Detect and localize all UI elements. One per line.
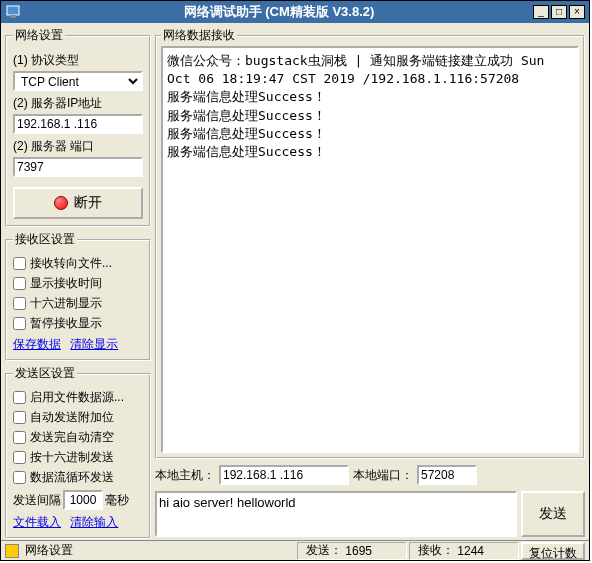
recv-settings-legend: 接收区设置: [13, 231, 77, 248]
send-settings-group: 发送区设置 启用文件数据源... 自动发送附加位 发送完自动清空 按十六进制发送…: [5, 365, 151, 539]
send-cb4-label: 按十六进制发送: [30, 449, 114, 466]
host-info-row: 本地主机： 本地端口：: [155, 463, 585, 487]
server-ip-input[interactable]: [13, 114, 143, 134]
status-label: 网络设置: [25, 542, 295, 559]
minimize-button[interactable]: _: [533, 5, 549, 19]
local-port-input[interactable]: [417, 465, 477, 485]
statusbar-icon: [5, 544, 19, 558]
app-icon: [5, 4, 21, 20]
auto-append-checkbox[interactable]: [13, 411, 26, 424]
clear-input-link[interactable]: 清除输入: [70, 515, 118, 529]
auto-clear-checkbox[interactable]: [13, 431, 26, 444]
network-settings-group: 网络设置 (1) 协议类型 TCP Client (2) 服务器IP地址 (2)…: [5, 27, 151, 227]
pause-recv-checkbox[interactable]: [13, 317, 26, 330]
titlebar: 网络调试助手 (CM精装版 V3.8.2) _ □ ×: [1, 1, 589, 23]
recv-to-file-checkbox[interactable]: [13, 257, 26, 270]
interval-input[interactable]: [63, 490, 103, 510]
recv-cb3-label: 十六进制显示: [30, 295, 102, 312]
protocol-label: (1) 协议类型: [13, 52, 143, 69]
hex-send-checkbox[interactable]: [13, 451, 26, 464]
interval-label: 发送间隔: [13, 492, 61, 509]
send-cb1-label: 启用文件数据源...: [30, 389, 124, 406]
statusbar: 网络设置 发送： 1695 接收： 1244 复位计数: [1, 540, 589, 560]
local-host-input[interactable]: [219, 465, 349, 485]
interval-unit: 毫秒: [105, 492, 129, 509]
clear-display-link[interactable]: 清除显示: [70, 337, 118, 351]
disconnect-status-icon: [54, 196, 68, 210]
recv-cb4-label: 暂停接收显示: [30, 315, 102, 332]
local-host-label: 本地主机：: [155, 467, 215, 484]
send-cb2-label: 自动发送附加位: [30, 409, 114, 426]
recv-textarea[interactable]: 微信公众号：bugstack虫洞栈 | 通知服务端链接建立成功 Sun Oct …: [161, 46, 579, 453]
server-ip-label: (2) 服务器IP地址: [13, 95, 143, 112]
file-load-link[interactable]: 文件载入: [13, 515, 61, 529]
send-cb3-label: 发送完自动清空: [30, 429, 114, 446]
recv-count-cell: 接收： 1244: [409, 542, 519, 560]
send-count-cell: 发送： 1695: [297, 542, 407, 560]
app-window: 网络调试助手 (CM精装版 V3.8.2) _ □ × 网络设置 (1) 协议类…: [0, 0, 590, 561]
hex-display-checkbox[interactable]: [13, 297, 26, 310]
loop-send-checkbox[interactable]: [13, 471, 26, 484]
send-settings-legend: 发送区设置: [13, 365, 77, 382]
recv-data-legend: 网络数据接收: [161, 27, 237, 44]
recv-cb2-label: 显示接收时间: [30, 275, 102, 292]
svg-rect-0: [7, 6, 19, 15]
recv-cb1-label: 接收转向文件...: [30, 255, 112, 272]
disconnect-button[interactable]: 断开: [13, 187, 143, 219]
send-button[interactable]: 发送: [521, 491, 585, 537]
send-cb5-label: 数据流循环发送: [30, 469, 114, 486]
svg-rect-1: [10, 15, 16, 18]
file-source-checkbox[interactable]: [13, 391, 26, 404]
show-recv-time-checkbox[interactable]: [13, 277, 26, 290]
server-port-input[interactable]: [13, 157, 143, 177]
recv-data-group: 网络数据接收 微信公众号：bugstack虫洞栈 | 通知服务端链接建立成功 S…: [155, 27, 585, 459]
server-port-label: (2) 服务器 端口: [13, 138, 143, 155]
local-port-label: 本地端口：: [353, 467, 413, 484]
disconnect-label: 断开: [74, 194, 102, 212]
protocol-select[interactable]: TCP Client: [13, 71, 143, 91]
send-input[interactable]: [155, 491, 517, 537]
network-settings-legend: 网络设置: [13, 27, 65, 44]
close-button[interactable]: ×: [569, 5, 585, 19]
recv-settings-group: 接收区设置 接收转向文件... 显示接收时间 十六进制显示 暂停接收显示 保存数…: [5, 231, 151, 361]
maximize-button[interactable]: □: [551, 5, 567, 19]
window-title: 网络调试助手 (CM精装版 V3.8.2): [25, 3, 533, 21]
reset-count-button[interactable]: 复位计数: [521, 542, 585, 560]
save-data-link[interactable]: 保存数据: [13, 337, 61, 351]
